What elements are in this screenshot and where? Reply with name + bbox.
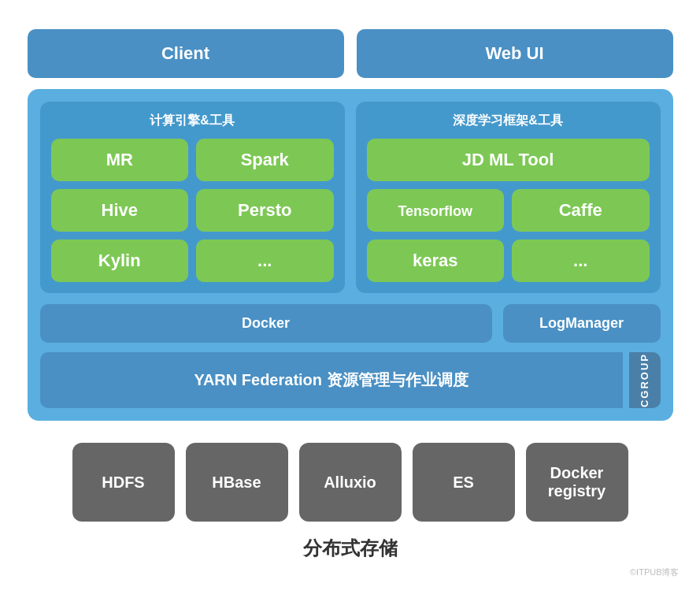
cgroup-label: CGROUP [639,353,650,407]
compute-item-hive: Hive [51,189,189,232]
docker-box: Docker [40,304,492,343]
ml-item-dots: ... [512,240,650,282]
ml-item-caffe: Caffe [512,189,650,232]
storage-section: HDFS HBase Alluxio ES Docker registry 分布… [28,443,673,561]
yarn-cgroup-row: YARN Federation 资源管理与作业调度 CGROUP [40,352,661,408]
yarn-box: YARN Federation 资源管理与作业调度 [40,352,623,408]
ml-row3: keras ... [367,240,650,282]
cgroup-box: CGROUP [629,352,661,408]
watermark: ©ITPUB博客 [630,566,680,578]
compute-panel: 计算引擎&工具 MR Spark Hive Persto Kyl [40,102,345,293]
top-row: Client Web UI [28,29,673,78]
panels-row: 计算引擎&工具 MR Spark Hive Persto Kyl [40,102,661,293]
compute-grid: MR Spark Hive Persto Kylin ... [51,139,334,282]
ml-item-keras: keras [367,240,505,282]
webui-label: Web UI [485,43,543,63]
client-label: Client [161,43,209,63]
storage-docker-registry: Docker registry [526,443,628,522]
ml-item-tensorflow: Tensorflow [367,189,505,232]
storage-hbase: HBase [186,443,288,522]
ml-row2: Tensorflow Caffe [367,189,650,232]
webui-box: Web UI [357,29,673,78]
ml-item-jdml: JD ML Tool [367,139,650,181]
logmanager-box: LogManager [503,304,661,343]
storage-title: 分布式存储 [303,536,398,561]
compute-panel-title: 计算引擎&工具 [51,113,334,129]
compute-item-mr: MR [51,139,189,181]
docker-logmanager-row: Docker LogManager [40,304,661,343]
compute-item-kylin: Kylin [51,240,189,282]
storage-hdfs: HDFS [72,443,175,522]
storage-es: ES [413,443,515,522]
compute-item-presto: Persto [196,189,334,232]
ml-panel: 深度学习框架&工具 JD ML Tool Tensorflow Caffe [356,102,661,293]
storage-alluxio: Alluxio [299,443,402,522]
compute-item-spark: Spark [196,139,334,181]
storage-boxes: HDFS HBase Alluxio ES Docker registry [72,443,628,522]
compute-item-dots: ... [196,240,334,282]
middle-section: 计算引擎&工具 MR Spark Hive Persto Kyl [28,89,673,421]
client-box: Client [28,29,344,78]
ml-panel-title: 深度学习框架&工具 [367,113,650,129]
